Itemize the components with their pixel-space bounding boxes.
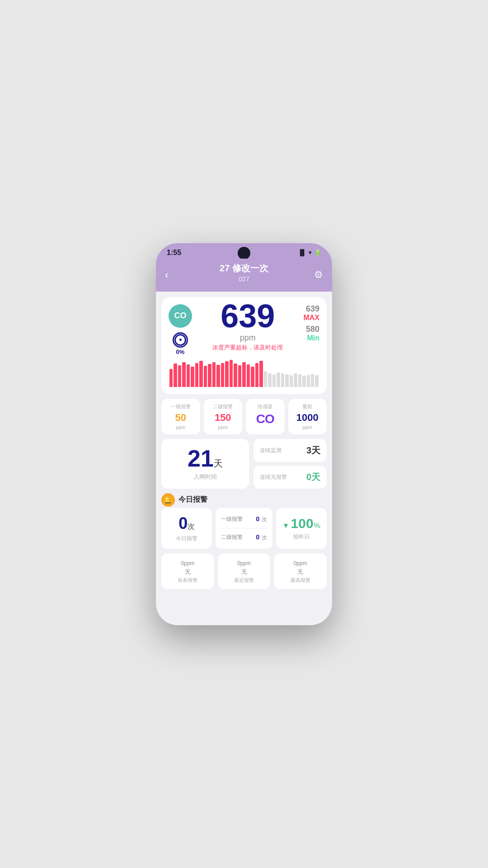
max-alert-card: 0ppm 无 最高报警 <box>274 553 327 589</box>
main-value: 639 <box>212 300 283 332</box>
bar-8 <box>204 366 207 387</box>
pct-arrow: ▼ <box>282 522 290 530</box>
total-alerts-label: 今日报警 <box>176 535 197 542</box>
today-alerts-header: 🔔 今日报警 <box>161 493 327 507</box>
bar-7 <box>199 361 202 387</box>
status-time: 1:55 <box>167 249 181 257</box>
bar-3 <box>182 362 185 387</box>
bar-18 <box>247 364 250 387</box>
header-title: 27 修改一次 <box>165 262 323 274</box>
signal-percent: 0% <box>176 349 185 355</box>
back-button[interactable]: ‹ <box>165 269 169 281</box>
bar-2 <box>178 365 181 387</box>
range-unit: ppm <box>292 425 324 430</box>
range-card: 量程 1000 ppm <box>288 399 327 434</box>
continuous-monitor-label: 连续监测 <box>260 447 282 454</box>
bar-29 <box>294 373 297 387</box>
max-value: 639 <box>303 304 319 314</box>
battery-icon: 🔋 <box>314 249 321 256</box>
camera-notch <box>238 247 250 259</box>
bar-24 <box>272 374 276 387</box>
network-days-unit: 天 <box>214 458 223 468</box>
level1-alert-card: 一级报警 50 ppm <box>161 399 200 434</box>
header-subtitle: 027 <box>165 275 323 283</box>
signal-icon: ▐▌ <box>298 249 306 256</box>
recent-alert-label: 最近报警 <box>221 577 267 584</box>
network-days-value: 21 <box>188 445 214 472</box>
range-value: 1000 <box>292 412 324 424</box>
bar-1 <box>174 363 177 387</box>
pct-label: 较昨日 <box>293 533 310 541</box>
network-days-reading: 21天 <box>188 447 223 470</box>
ppm-details-grid: 0ppm 无 首条报警 0ppm 无 最近报警 0ppm 无 <box>161 553 327 589</box>
main-warning: 浓度严重超标，请及时处理 <box>212 344 283 352</box>
bar-12 <box>221 363 224 387</box>
pct-number: 100 <box>291 516 314 531</box>
total-alerts-card: 0次 今日报警 <box>161 508 212 549</box>
alert-thresholds-row: 一级报警 50 ppm 二级报警 150 ppm 传感器 CO 量程 1000 … <box>161 399 327 434</box>
bar-16 <box>238 365 241 387</box>
bar-14 <box>230 360 233 387</box>
bar-21 <box>259 361 263 387</box>
first-alert-sub: 无 <box>165 568 211 576</box>
today-alerts-section: 🔔 今日报警 0次 今日报警 一级报警 <box>161 493 327 549</box>
sensor-left: CO 0% <box>169 304 192 355</box>
sensor-card: CO 0% 639 ppm 浓度严重超标，请及时处理 <box>161 297 327 394</box>
bar-23 <box>268 373 271 387</box>
bar-5 <box>191 367 194 387</box>
bar-22 <box>264 371 267 387</box>
settings-button[interactable]: ⚙ <box>314 269 323 281</box>
wifi-icon: ▾ <box>309 249 312 256</box>
sensor-type-card: 传感器 CO <box>246 399 285 434</box>
signal-circle <box>173 332 188 348</box>
pct-unit: % <box>314 522 320 530</box>
total-count: 0 <box>178 514 188 533</box>
bar-26 <box>281 373 284 387</box>
main-content: CO 0% 639 ppm 浓度严重超标，请及时处理 <box>156 292 332 608</box>
no-alert-label: 连续无报警 <box>260 473 287 481</box>
phone-screen: 1:55 ▐▌ ▾ 🔋 ‹ 27 修改一次 027 ⚙ CO <box>156 243 332 625</box>
no-alert-value: 0天 <box>306 471 320 483</box>
sensor-type-label: 传感器 <box>249 403 281 410</box>
sensor-right: 639 MAX 580 Min <box>303 304 319 342</box>
level1-unit: ppm <box>165 425 197 430</box>
level2-alert-count: 0 <box>256 533 259 541</box>
device-info-row: 21天 入网时间 连续监测 3天 连续无报警 0天 <box>161 439 327 489</box>
sensor-type-symbol: CO <box>249 412 281 426</box>
network-days-label: 入网时间 <box>193 473 217 481</box>
continuous-monitor-value: 3天 <box>306 444 320 457</box>
bar-6 <box>195 363 198 387</box>
main-reading: 639 ppm 浓度严重超标，请及时处理 <box>212 300 283 352</box>
bar-13 <box>225 361 228 387</box>
level1-value: 50 <box>165 412 197 424</box>
min-label: Min <box>303 334 319 342</box>
level2-label: 二级报警 <box>207 403 239 410</box>
network-days-card: 21天 入网时间 <box>161 439 249 489</box>
min-value: 580 <box>303 325 319 334</box>
bar-chart <box>169 360 319 387</box>
max-alert-sub: 无 <box>277 568 323 576</box>
bar-9 <box>208 364 211 387</box>
first-alert-card: 0ppm 无 首条报警 <box>161 553 214 589</box>
bar-33 <box>311 374 314 387</box>
bar-0 <box>169 369 173 387</box>
co-badge: CO <box>169 304 192 328</box>
main-unit: ppm <box>212 333 283 343</box>
signal-dot <box>179 339 182 341</box>
level2-value: 150 <box>207 412 239 424</box>
max-alert-label: 最高报警 <box>277 577 323 584</box>
bar-31 <box>302 376 305 387</box>
total-count-row: 0次 <box>178 514 195 533</box>
phone-frame: 1:55 ▐▌ ▾ 🔋 ‹ 27 修改一次 027 ⚙ CO <box>156 243 332 625</box>
level1-alert-unit: 次 <box>262 516 267 523</box>
bell-icon: 🔔 <box>161 493 175 507</box>
bar-19 <box>251 367 254 387</box>
bar-28 <box>290 375 293 387</box>
bar-25 <box>277 373 280 387</box>
level1-alert-count: 0 <box>256 515 259 523</box>
status-bar: 1:55 ▐▌ ▾ 🔋 <box>156 243 332 259</box>
status-icons: ▐▌ ▾ 🔋 <box>298 249 321 256</box>
level1-label: 一级报警 <box>165 403 197 410</box>
alerts-grid: 0次 今日报警 一级报警 0 次 <box>161 508 327 549</box>
first-alert-value: 0ppm <box>165 559 211 567</box>
